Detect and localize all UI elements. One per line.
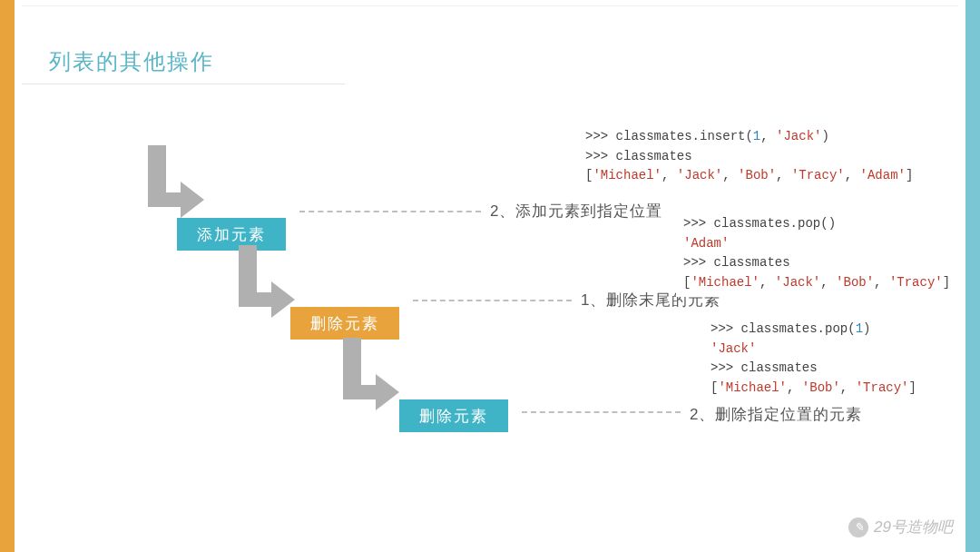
code-num: 1 [753,129,760,143]
code-text: , [760,275,775,290]
caption-1: 2、添加元素到指定位置 [490,201,662,222]
code-text: ) [863,321,870,336]
code-text: , [845,168,860,182]
flow-badge-del2: 删除元素 [399,399,508,432]
code-str: 'Michael' [593,168,662,182]
wechat-icon: ✎ [848,518,868,537]
code-pop: >>> classmates.pop() 'Adam' >>> classmat… [676,211,957,297]
code-str: 'Jack' [776,129,821,143]
flow-badge-del1-label: 删除元素 [310,313,379,334]
flow-arrow-3 [336,338,399,410]
code-str: 'Adam' [683,234,950,254]
code-str: 'Jack' [775,275,820,290]
title-underline [22,84,345,84]
code-text: >>> classmates [585,147,946,167]
code-str: 'Bob' [802,380,840,395]
flow-badge-add-label: 添加元素 [197,224,266,245]
code-text: , [840,380,856,395]
code-text: , [722,168,738,182]
code-str: 'Adam' [860,168,906,182]
code-text: , [760,129,776,143]
code-text: >>> classmates.insert( [585,129,753,143]
code-str: 'Bob' [738,168,776,182]
code-text: >>> classmates.pop() [683,214,950,234]
code-text: , [820,275,836,290]
code-str: 'Jack' [710,340,916,360]
watermark: ✎ 29号造物吧 [848,517,953,537]
code-text: , [787,380,802,395]
right-border [965,0,980,552]
flow-arrow-2 [231,245,295,318]
code-str: 'Bob' [836,275,874,290]
dash-line-2 [413,300,572,301]
flow-badge-del2-label: 删除元素 [419,406,488,427]
code-text: >>> classmates [683,253,950,273]
left-border [0,0,15,552]
page-title: 列表的其他操作 [49,47,214,76]
code-str: 'Michael' [691,275,760,290]
code-text: ) [821,129,828,143]
flow-badge-del1: 删除元素 [290,307,399,340]
code-text: >>> classmates.pop( [710,321,856,336]
code-str: 'Tracy' [856,380,909,395]
dash-line-1 [299,211,481,212]
code-text: ] [943,275,950,290]
code-str: 'Tracy' [791,168,845,182]
code-num: 1 [856,321,863,336]
top-rule [22,5,958,6]
code-str: 'Michael' [718,380,787,395]
code-text: , [776,168,791,182]
code-text: ] [906,168,913,182]
code-insert: >>> classmates.insert(1, 'Jack') >>> cla… [578,123,953,190]
code-text: , [662,168,677,182]
code-text: >>> classmates [710,359,916,379]
code-str: 'Tracy' [889,275,943,290]
code-str: 'Jack' [677,168,722,182]
code-text: ] [908,380,916,395]
flow-arrow-1 [141,145,204,218]
code-popi: >>> classmates.pop(1) 'Jack' >>> classma… [703,316,924,402]
caption-3: 2、删除指定位置的元素 [690,404,862,425]
dash-line-3 [522,411,681,413]
watermark-text: 29号造物吧 [874,517,953,537]
code-text: , [874,275,889,290]
